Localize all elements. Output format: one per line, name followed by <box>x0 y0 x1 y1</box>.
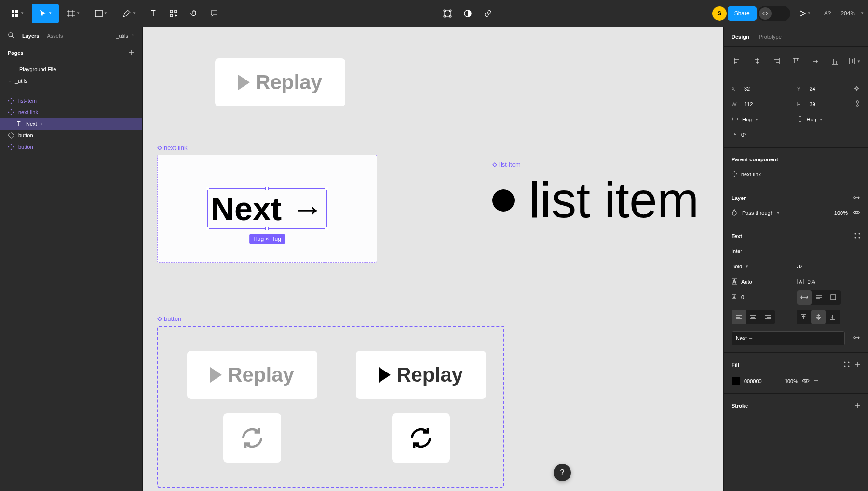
page-selector-dropdown[interactable]: _utils⌃ <box>116 33 135 39</box>
layer-next-text[interactable]: T Next → <box>0 118 142 130</box>
pen-tool[interactable]: ▼ <box>116 4 143 23</box>
page-utils[interactable]: ⌄ _utils <box>0 75 142 87</box>
canvas-replay-card-top[interactable]: Replay <box>215 58 345 106</box>
layers-tab[interactable]: Layers <box>22 33 39 39</box>
svg-rect-32 <box>11 144 12 145</box>
canvas-list-item-component[interactable]: list-item list item <box>492 172 699 229</box>
hsize-dropdown[interactable]: Hug▼ <box>742 117 759 122</box>
parent-component-link[interactable]: next-link <box>724 167 868 182</box>
text-align-left-button[interactable] <box>732 310 746 324</box>
svg-rect-0 <box>12 10 14 13</box>
shape-tool[interactable]: ▼ <box>88 4 115 23</box>
main-menu-button[interactable]: ▼ <box>4 4 31 23</box>
layer-button-frame[interactable]: button <box>0 130 142 141</box>
text-align-right-button[interactable] <box>760 310 775 324</box>
canvas-label-next-link[interactable]: next-link <box>157 144 187 151</box>
refresh-variant-2[interactable] <box>392 413 450 463</box>
canvas-next-link-component[interactable]: next-link Next → Hug × Hug <box>157 155 377 263</box>
frame-tool[interactable]: ▼ <box>60 4 87 23</box>
constrain-proportions-button[interactable] <box>854 100 860 108</box>
user-avatar[interactable]: S <box>712 6 727 21</box>
visibility-toggle[interactable] <box>853 210 860 216</box>
design-tab[interactable]: Design <box>732 34 749 40</box>
share-button[interactable]: Share <box>728 6 757 21</box>
text-valign-middle-button[interactable] <box>811 310 826 324</box>
canvas-label-list-item[interactable]: list-item <box>492 161 521 168</box>
h-input[interactable] <box>810 101 839 107</box>
layer-settings-icon[interactable] <box>853 195 860 201</box>
align-bottom-button[interactable] <box>828 54 842 68</box>
refresh-variant-1[interactable] <box>223 413 281 463</box>
devmode-toggle[interactable] <box>758 6 790 21</box>
align-vcenter-button[interactable] <box>809 54 822 68</box>
assets-tab[interactable]: Assets <box>47 33 63 39</box>
text-content-input[interactable] <box>732 331 845 345</box>
fill-color-swatch[interactable] <box>732 377 740 385</box>
canvas[interactable]: Replay next-link Next → Hug × Hug <box>143 27 723 491</box>
layer-list-item[interactable]: list-item <box>0 95 142 106</box>
absolute-position-button[interactable] <box>854 85 860 93</box>
add-page-button[interactable] <box>128 49 135 57</box>
fill-opacity-input[interactable] <box>777 378 798 384</box>
text-tool[interactable]: T <box>144 4 163 23</box>
font-size-input[interactable] <box>797 264 826 269</box>
auto-height-button[interactable] <box>812 290 826 305</box>
y-input[interactable] <box>810 86 839 92</box>
canvas-button-frame[interactable]: button Replay Replay <box>157 326 504 488</box>
layer-next-link[interactable]: next-link <box>0 106 142 118</box>
top-toolbar: ▼ ▼ ▼ ▼ ▼ T <box>0 0 868 27</box>
align-right-button[interactable] <box>770 54 783 68</box>
fill-visibility-toggle[interactable] <box>802 378 810 385</box>
present-button[interactable]: ▼ <box>791 4 818 23</box>
a-question-indicator[interactable]: A? <box>819 10 836 17</box>
font-weight-dropdown[interactable]: Bold▼ <box>732 264 749 269</box>
text-more-options-button[interactable]: ⋯ <box>847 310 860 324</box>
layer-button-component[interactable]: button <box>0 141 142 153</box>
font-family-input[interactable] <box>732 248 860 254</box>
play-icon <box>210 367 222 383</box>
fill-hex-input[interactable] <box>744 378 773 384</box>
move-tool[interactable]: ▼ <box>32 4 59 23</box>
x-input[interactable] <box>744 86 773 92</box>
align-hcenter-button[interactable] <box>750 54 764 68</box>
link-button[interactable] <box>478 4 498 23</box>
distribute-button[interactable]: ▼ <box>848 54 861 68</box>
zoom-dropdown[interactable]: 204%▼ <box>837 10 864 17</box>
comment-tool[interactable] <box>204 4 224 23</box>
auto-width-button[interactable] <box>797 290 812 305</box>
vsize-dropdown[interactable]: Hug▼ <box>807 117 823 122</box>
remove-fill-button[interactable] <box>814 378 819 385</box>
blend-mode-dropdown[interactable]: Pass through▼ <box>742 210 780 216</box>
edit-object-button[interactable] <box>438 4 457 23</box>
add-stroke-button[interactable] <box>854 402 860 409</box>
prototype-tab[interactable]: Prototype <box>759 34 782 40</box>
play-icon <box>238 75 250 90</box>
dark-mode-toggle[interactable] <box>458 4 477 23</box>
line-height-input[interactable] <box>741 279 770 285</box>
text-style-button[interactable] <box>854 233 860 239</box>
fixed-size-button[interactable] <box>826 290 841 305</box>
align-top-button[interactable] <box>789 54 803 68</box>
align-left-button[interactable] <box>731 54 744 68</box>
w-input[interactable] <box>744 101 773 107</box>
text-valign-bottom-button[interactable] <box>826 310 840 324</box>
apply-variable-icon[interactable] <box>853 335 868 342</box>
text-align-center-button[interactable] <box>746 310 760 324</box>
fill-style-button[interactable] <box>844 361 850 368</box>
svg-rect-59 <box>734 176 735 177</box>
rotation-input[interactable] <box>741 132 770 138</box>
add-fill-button[interactable] <box>854 361 860 368</box>
text-valign-top-button[interactable] <box>797 310 811 324</box>
page-playground-file[interactable]: Playground File <box>0 64 142 75</box>
search-icon[interactable] <box>8 32 14 40</box>
selected-text-node[interactable]: Next → Hug × Hug <box>207 188 327 229</box>
replay-variant-1[interactable]: Replay <box>187 351 317 399</box>
help-button[interactable]: ? <box>554 464 571 481</box>
paragraph-spacing-input[interactable] <box>741 294 770 300</box>
hand-tool[interactable] <box>184 4 203 23</box>
resources-tool[interactable] <box>164 4 183 23</box>
canvas-label-button[interactable]: button <box>157 315 181 322</box>
replay-variant-2[interactable]: Replay <box>356 351 486 399</box>
layer-opacity-input[interactable] <box>827 210 848 216</box>
letter-spacing-input[interactable] <box>808 279 837 285</box>
